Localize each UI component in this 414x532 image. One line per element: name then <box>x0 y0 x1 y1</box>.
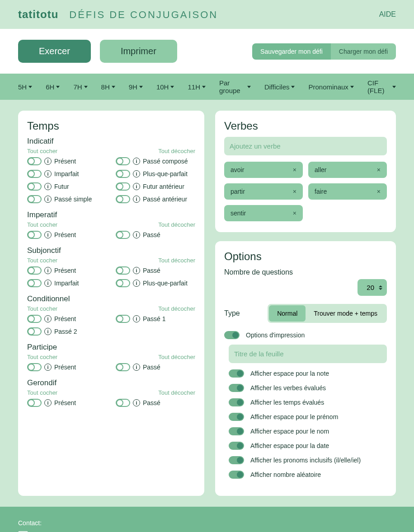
nav-item-9h[interactable]: 9H <box>129 79 143 94</box>
info-icon[interactable]: i <box>44 196 52 203</box>
close-icon[interactable]: × <box>377 188 381 195</box>
info-icon[interactable]: i <box>44 158 52 165</box>
info-icon[interactable]: i <box>133 315 140 322</box>
mood-title-gerondif: Gerondif <box>27 378 195 387</box>
nav-item-11h[interactable]: 11H <box>188 79 206 94</box>
tense-toggle[interactable] <box>27 327 42 336</box>
option-toggle[interactable] <box>229 398 244 406</box>
tense-toggle[interactable] <box>27 315 42 323</box>
option-toggle[interactable] <box>229 427 244 435</box>
tense-toggle[interactable] <box>27 157 42 165</box>
temps-panel: Temps IndicatifTout cocherTout décocheri… <box>18 111 204 496</box>
info-icon[interactable]: i <box>133 170 140 177</box>
nb-questions-select[interactable]: 20 <box>358 279 387 296</box>
nav-item-7h[interactable]: 7H <box>73 79 87 94</box>
close-icon[interactable]: × <box>293 166 296 173</box>
tense-toggle[interactable] <box>116 279 130 287</box>
uncheck-all-link[interactable]: Tout décocher <box>158 389 195 396</box>
uncheck-all-link[interactable]: Tout décocher <box>158 148 195 154</box>
tense-toggle[interactable] <box>27 182 42 191</box>
nav-item-cif-fle-[interactable]: CIF (FLE) <box>367 79 396 94</box>
option-toggle[interactable] <box>229 442 244 450</box>
check-all-link[interactable]: Tout cocher <box>27 354 57 360</box>
option-toggle[interactable] <box>229 384 244 392</box>
info-icon[interactable]: i <box>44 315 52 322</box>
uncheck-all-link[interactable]: Tout décocher <box>158 257 195 264</box>
tense-toggle[interactable] <box>116 363 130 371</box>
info-icon[interactable]: i <box>133 158 140 165</box>
option-toggle[interactable] <box>229 413 244 421</box>
type-mode-button[interactable]: Trouver mode + temps <box>306 305 386 322</box>
tab-imprimer[interactable]: Imprimer <box>100 40 177 63</box>
option-toggle[interactable] <box>229 369 244 378</box>
type-normal-button[interactable]: Normal <box>269 305 306 322</box>
close-icon[interactable]: × <box>293 210 296 217</box>
check-all-link[interactable]: Tout cocher <box>27 257 57 264</box>
info-icon[interactable]: i <box>133 231 140 238</box>
tense-toggle[interactable] <box>27 170 42 178</box>
check-all-link[interactable]: Tout cocher <box>27 305 57 312</box>
chevron-down-icon <box>350 86 354 88</box>
tense-toggle[interactable] <box>116 195 130 203</box>
check-all-link[interactable]: Tout cocher <box>27 389 57 396</box>
save-button[interactable]: Sauvegarder mon défi <box>252 43 331 60</box>
check-all-link[interactable]: Tout cocher <box>27 148 57 154</box>
info-icon[interactable]: i <box>44 170 52 177</box>
info-icon[interactable]: i <box>44 231 52 238</box>
tense-toggle[interactable] <box>27 363 42 371</box>
info-icon[interactable]: i <box>133 399 140 406</box>
tense-toggle[interactable] <box>27 399 42 407</box>
nav-item-difficiles[interactable]: Difficiles <box>264 79 295 94</box>
tense-toggle[interactable] <box>27 279 42 287</box>
print-options-label: Options d'impression <box>246 331 305 339</box>
option-label: Afficher les pronoms inclusifs (il/elle/… <box>250 457 361 464</box>
uncheck-all-link[interactable]: Tout décocher <box>158 354 195 360</box>
tense-toggle[interactable] <box>27 266 42 275</box>
nav-item-10h[interactable]: 10H <box>156 79 174 94</box>
info-icon[interactable]: i <box>44 267 52 274</box>
print-options-toggle[interactable] <box>224 331 240 339</box>
info-icon[interactable]: i <box>133 280 140 287</box>
info-icon[interactable]: i <box>133 364 140 371</box>
option-label: Afficher les temps évalués <box>250 399 324 406</box>
option-toggle[interactable] <box>229 471 244 479</box>
tense-item: iPrésent <box>27 266 107 275</box>
sheet-title-input[interactable] <box>229 345 387 363</box>
tab-exercer[interactable]: Exercer <box>18 40 91 63</box>
tense-toggle[interactable] <box>116 170 130 178</box>
close-icon[interactable]: × <box>293 188 296 195</box>
verb-input[interactable] <box>224 137 387 155</box>
print-option-row: Afficher espace pour le nom <box>229 427 387 435</box>
info-icon[interactable]: i <box>133 183 140 190</box>
help-link[interactable]: AIDE <box>379 10 396 19</box>
tense-toggle[interactable] <box>27 231 42 239</box>
load-button[interactable]: Charger mon défi <box>331 43 396 60</box>
uncheck-all-link[interactable]: Tout décocher <box>158 221 195 228</box>
nav-item-par-groupe[interactable]: Par groupe <box>219 79 251 94</box>
info-icon[interactable]: i <box>44 399 52 406</box>
info-icon[interactable]: i <box>44 183 52 190</box>
tense-toggle[interactable] <box>116 182 130 191</box>
nav-item-6h[interactable]: 6H <box>46 79 60 94</box>
uncheck-all-link[interactable]: Tout décocher <box>158 305 195 312</box>
info-icon[interactable]: i <box>44 280 52 287</box>
close-icon[interactable]: × <box>377 166 381 173</box>
check-all-link[interactable]: Tout cocher <box>27 221 57 228</box>
chevron-down-icon <box>291 86 295 88</box>
tense-toggle[interactable] <box>116 399 130 407</box>
tense-label: Passé antérieur <box>143 196 187 203</box>
tense-toggle[interactable] <box>27 195 42 203</box>
tense-toggle[interactable] <box>116 231 130 239</box>
info-icon[interactable]: i <box>44 364 52 371</box>
nav-item-8h[interactable]: 8H <box>101 79 115 94</box>
print-option-row: Afficher espace pour le prénom <box>229 413 387 421</box>
tense-toggle[interactable] <box>116 157 130 165</box>
info-icon[interactable]: i <box>133 196 140 203</box>
tense-toggle[interactable] <box>116 266 130 275</box>
info-icon[interactable]: i <box>44 328 52 335</box>
tense-toggle[interactable] <box>116 315 130 323</box>
info-icon[interactable]: i <box>133 267 140 274</box>
option-toggle[interactable] <box>229 456 244 464</box>
nav-item-pronominaux[interactable]: Pronominaux <box>308 79 353 94</box>
nav-item-5h[interactable]: 5H <box>18 79 32 94</box>
